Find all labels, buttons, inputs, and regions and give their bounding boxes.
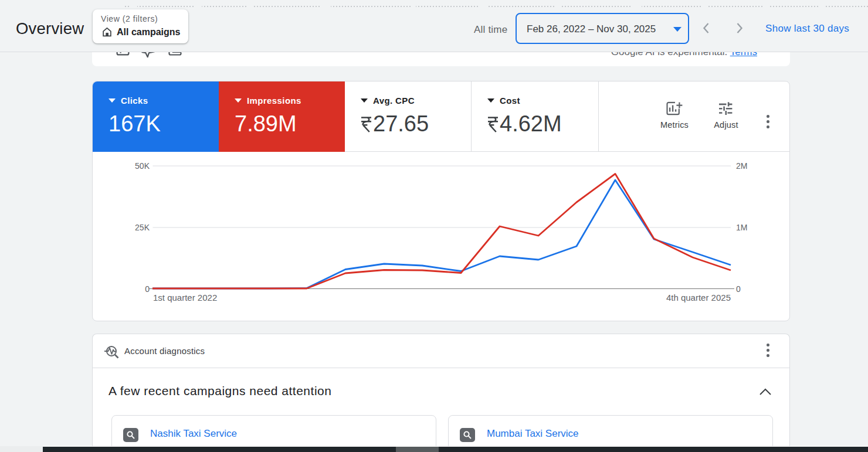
svg-text:2M: 2M bbox=[736, 161, 747, 171]
svg-text:50K: 50K bbox=[135, 161, 150, 171]
svg-text:4th quarter 2025: 4th quarter 2025 bbox=[666, 293, 731, 303]
svg-text:25K: 25K bbox=[135, 223, 150, 232]
svg-text:1M: 1M bbox=[736, 223, 747, 232]
svg-text:1st quarter 2022: 1st quarter 2022 bbox=[153, 293, 217, 303]
svg-text:0: 0 bbox=[736, 284, 741, 294]
svg-text:0: 0 bbox=[145, 284, 150, 294]
